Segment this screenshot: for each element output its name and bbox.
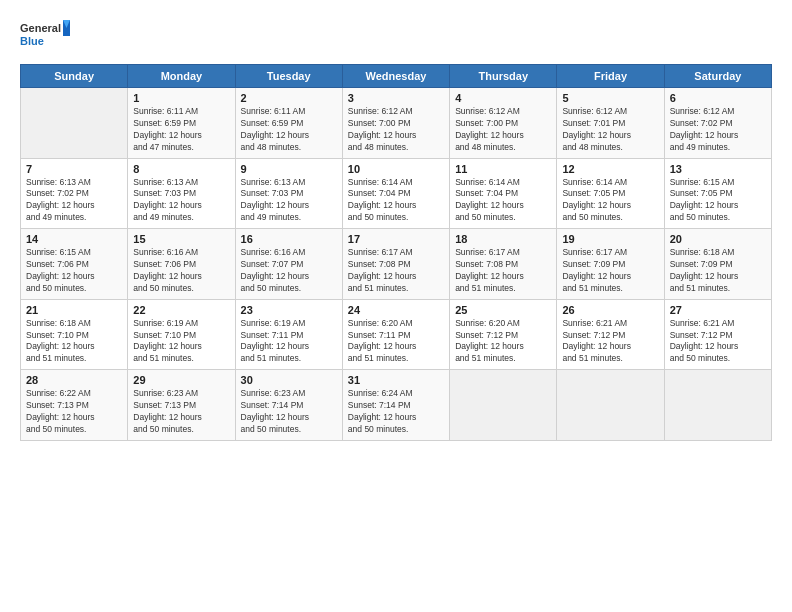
day-info: Sunrise: 6:13 AM Sunset: 7:02 PM Dayligh… [26, 177, 122, 225]
calendar-cell: 19Sunrise: 6:17 AM Sunset: 7:09 PM Dayli… [557, 229, 664, 300]
day-number: 16 [241, 233, 337, 245]
calendar-cell: 2Sunrise: 6:11 AM Sunset: 6:59 PM Daylig… [235, 88, 342, 159]
day-number: 15 [133, 233, 229, 245]
col-header-wednesday: Wednesday [342, 65, 449, 88]
calendar-cell: 29Sunrise: 6:23 AM Sunset: 7:13 PM Dayli… [128, 370, 235, 441]
calendar-cell: 23Sunrise: 6:19 AM Sunset: 7:11 PM Dayli… [235, 299, 342, 370]
day-info: Sunrise: 6:17 AM Sunset: 7:09 PM Dayligh… [562, 247, 658, 295]
calendar-cell: 27Sunrise: 6:21 AM Sunset: 7:12 PM Dayli… [664, 299, 771, 370]
day-number: 29 [133, 374, 229, 386]
calendar-cell: 10Sunrise: 6:14 AM Sunset: 7:04 PM Dayli… [342, 158, 449, 229]
day-info: Sunrise: 6:17 AM Sunset: 7:08 PM Dayligh… [348, 247, 444, 295]
day-info: Sunrise: 6:19 AM Sunset: 7:11 PM Dayligh… [241, 318, 337, 366]
day-info: Sunrise: 6:14 AM Sunset: 7:05 PM Dayligh… [562, 177, 658, 225]
calendar-cell: 16Sunrise: 6:16 AM Sunset: 7:07 PM Dayli… [235, 229, 342, 300]
logo-svg: General Blue [20, 18, 70, 54]
day-number: 20 [670, 233, 766, 245]
calendar-cell: 8Sunrise: 6:13 AM Sunset: 7:03 PM Daylig… [128, 158, 235, 229]
day-number: 10 [348, 163, 444, 175]
calendar-cell: 24Sunrise: 6:20 AM Sunset: 7:11 PM Dayli… [342, 299, 449, 370]
day-number: 21 [26, 304, 122, 316]
day-info: Sunrise: 6:12 AM Sunset: 7:00 PM Dayligh… [348, 106, 444, 154]
day-number: 17 [348, 233, 444, 245]
day-info: Sunrise: 6:23 AM Sunset: 7:14 PM Dayligh… [241, 388, 337, 436]
day-number: 14 [26, 233, 122, 245]
day-number: 3 [348, 92, 444, 104]
calendar-cell: 20Sunrise: 6:18 AM Sunset: 7:09 PM Dayli… [664, 229, 771, 300]
col-header-friday: Friday [557, 65, 664, 88]
day-info: Sunrise: 6:14 AM Sunset: 7:04 PM Dayligh… [348, 177, 444, 225]
day-number: 5 [562, 92, 658, 104]
day-number: 12 [562, 163, 658, 175]
day-info: Sunrise: 6:15 AM Sunset: 7:05 PM Dayligh… [670, 177, 766, 225]
calendar-cell: 13Sunrise: 6:15 AM Sunset: 7:05 PM Dayli… [664, 158, 771, 229]
calendar-cell: 9Sunrise: 6:13 AM Sunset: 7:03 PM Daylig… [235, 158, 342, 229]
calendar-cell: 22Sunrise: 6:19 AM Sunset: 7:10 PM Dayli… [128, 299, 235, 370]
day-info: Sunrise: 6:12 AM Sunset: 7:01 PM Dayligh… [562, 106, 658, 154]
calendar-cell: 15Sunrise: 6:16 AM Sunset: 7:06 PM Dayli… [128, 229, 235, 300]
col-header-thursday: Thursday [450, 65, 557, 88]
calendar-cell [557, 370, 664, 441]
calendar-cell: 6Sunrise: 6:12 AM Sunset: 7:02 PM Daylig… [664, 88, 771, 159]
day-number: 28 [26, 374, 122, 386]
page: General Blue SundayMondayTuesdayWednesda… [0, 0, 792, 612]
day-info: Sunrise: 6:18 AM Sunset: 7:09 PM Dayligh… [670, 247, 766, 295]
calendar-cell: 31Sunrise: 6:24 AM Sunset: 7:14 PM Dayli… [342, 370, 449, 441]
day-info: Sunrise: 6:16 AM Sunset: 7:07 PM Dayligh… [241, 247, 337, 295]
day-number: 31 [348, 374, 444, 386]
week-row-4: 21Sunrise: 6:18 AM Sunset: 7:10 PM Dayli… [21, 299, 772, 370]
day-info: Sunrise: 6:11 AM Sunset: 6:59 PM Dayligh… [133, 106, 229, 154]
header-row: SundayMondayTuesdayWednesdayThursdayFrid… [21, 65, 772, 88]
day-info: Sunrise: 6:19 AM Sunset: 7:10 PM Dayligh… [133, 318, 229, 366]
day-number: 23 [241, 304, 337, 316]
day-number: 19 [562, 233, 658, 245]
day-info: Sunrise: 6:14 AM Sunset: 7:04 PM Dayligh… [455, 177, 551, 225]
calendar-cell: 14Sunrise: 6:15 AM Sunset: 7:06 PM Dayli… [21, 229, 128, 300]
day-info: Sunrise: 6:23 AM Sunset: 7:13 PM Dayligh… [133, 388, 229, 436]
col-header-sunday: Sunday [21, 65, 128, 88]
day-info: Sunrise: 6:15 AM Sunset: 7:06 PM Dayligh… [26, 247, 122, 295]
week-row-5: 28Sunrise: 6:22 AM Sunset: 7:13 PM Dayli… [21, 370, 772, 441]
day-info: Sunrise: 6:17 AM Sunset: 7:08 PM Dayligh… [455, 247, 551, 295]
calendar-cell: 7Sunrise: 6:13 AM Sunset: 7:02 PM Daylig… [21, 158, 128, 229]
day-number: 26 [562, 304, 658, 316]
calendar-cell: 25Sunrise: 6:20 AM Sunset: 7:12 PM Dayli… [450, 299, 557, 370]
col-header-tuesday: Tuesday [235, 65, 342, 88]
day-number: 7 [26, 163, 122, 175]
day-info: Sunrise: 6:21 AM Sunset: 7:12 PM Dayligh… [562, 318, 658, 366]
day-info: Sunrise: 6:11 AM Sunset: 6:59 PM Dayligh… [241, 106, 337, 154]
calendar-cell: 17Sunrise: 6:17 AM Sunset: 7:08 PM Dayli… [342, 229, 449, 300]
calendar-cell: 5Sunrise: 6:12 AM Sunset: 7:01 PM Daylig… [557, 88, 664, 159]
day-info: Sunrise: 6:22 AM Sunset: 7:13 PM Dayligh… [26, 388, 122, 436]
day-number: 9 [241, 163, 337, 175]
calendar-cell: 26Sunrise: 6:21 AM Sunset: 7:12 PM Dayli… [557, 299, 664, 370]
week-row-2: 7Sunrise: 6:13 AM Sunset: 7:02 PM Daylig… [21, 158, 772, 229]
day-number: 24 [348, 304, 444, 316]
day-info: Sunrise: 6:21 AM Sunset: 7:12 PM Dayligh… [670, 318, 766, 366]
day-number: 13 [670, 163, 766, 175]
day-info: Sunrise: 6:20 AM Sunset: 7:12 PM Dayligh… [455, 318, 551, 366]
day-info: Sunrise: 6:13 AM Sunset: 7:03 PM Dayligh… [133, 177, 229, 225]
day-number: 2 [241, 92, 337, 104]
day-number: 11 [455, 163, 551, 175]
week-row-1: 1Sunrise: 6:11 AM Sunset: 6:59 PM Daylig… [21, 88, 772, 159]
calendar-cell: 28Sunrise: 6:22 AM Sunset: 7:13 PM Dayli… [21, 370, 128, 441]
day-info: Sunrise: 6:18 AM Sunset: 7:10 PM Dayligh… [26, 318, 122, 366]
header: General Blue [20, 18, 772, 54]
col-header-saturday: Saturday [664, 65, 771, 88]
calendar-cell: 18Sunrise: 6:17 AM Sunset: 7:08 PM Dayli… [450, 229, 557, 300]
day-info: Sunrise: 6:24 AM Sunset: 7:14 PM Dayligh… [348, 388, 444, 436]
calendar-cell [664, 370, 771, 441]
day-info: Sunrise: 6:12 AM Sunset: 7:02 PM Dayligh… [670, 106, 766, 154]
logo: General Blue [20, 18, 70, 54]
svg-text:Blue: Blue [20, 35, 44, 47]
svg-text:General: General [20, 22, 61, 34]
calendar-table: SundayMondayTuesdayWednesdayThursdayFrid… [20, 64, 772, 441]
day-number: 30 [241, 374, 337, 386]
day-info: Sunrise: 6:20 AM Sunset: 7:11 PM Dayligh… [348, 318, 444, 366]
calendar-cell [21, 88, 128, 159]
day-info: Sunrise: 6:13 AM Sunset: 7:03 PM Dayligh… [241, 177, 337, 225]
day-number: 27 [670, 304, 766, 316]
day-info: Sunrise: 6:16 AM Sunset: 7:06 PM Dayligh… [133, 247, 229, 295]
calendar-cell: 3Sunrise: 6:12 AM Sunset: 7:00 PM Daylig… [342, 88, 449, 159]
